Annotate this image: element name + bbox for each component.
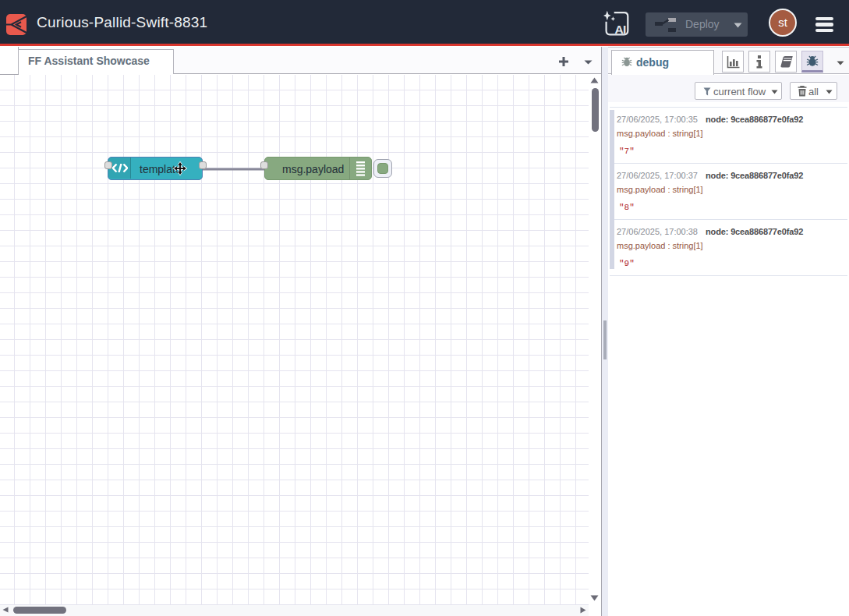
svg-text:AI: AI [614,23,626,36]
